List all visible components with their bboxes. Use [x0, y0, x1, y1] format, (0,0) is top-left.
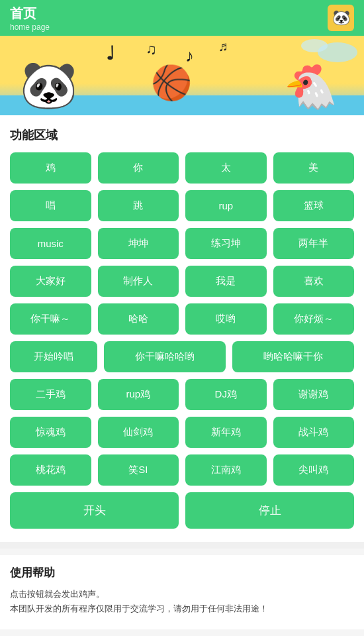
btn-dajiahao[interactable]: 大家好	[10, 266, 91, 297]
btn-xinnian[interactable]: 新年鸡	[185, 417, 267, 448]
btn-music[interactable]: music	[10, 228, 91, 259]
btn-aiyou[interactable]: 哎哟	[185, 303, 267, 335]
chicken-character: 🐔	[284, 62, 338, 112]
btn-xiejieji[interactable]: 谢谢鸡	[273, 379, 355, 410]
btn-djji[interactable]: DJ鸡	[185, 379, 267, 410]
help-title: 使用帮助	[10, 565, 354, 580]
button-row-2: 唱 跳 rup 篮球	[10, 190, 354, 221]
btn-woshi[interactable]: 我是	[185, 266, 267, 297]
cloud-2	[301, 39, 328, 52]
header-text: 首页 home page	[10, 5, 50, 32]
btn-haha[interactable]: 哈哈	[98, 303, 179, 335]
btn-jiangnan[interactable]: 江南鸡	[185, 454, 267, 486]
btn-yohaha[interactable]: 哟哈哈嘛干你	[232, 341, 354, 372]
btn-kunkun[interactable]: 坤坤	[98, 228, 179, 259]
help-section: 使用帮助 点击按钮就会发出鸡声。 本团队开发的所有程序仅限用于交流学习，请勿用于…	[0, 555, 364, 629]
btn-rupji[interactable]: rup鸡	[98, 379, 179, 410]
page-title: 首页	[10, 5, 50, 23]
main-content: 功能区域 鸡 你 太 美 唱 跳 rup 篮球 music 坤坤 练习坤 两年半…	[0, 115, 364, 542]
music-note-4: ♬	[218, 39, 228, 54]
btn-ershouji[interactable]: 二手鸡	[10, 379, 91, 410]
btn-zhizuoren[interactable]: 制作人	[98, 266, 179, 297]
banner-inner: ♩ ♫ ♪ ♬ 🐼 🏀 🐔	[0, 36, 364, 115]
header: 首页 home page 🐼	[0, 0, 364, 36]
btn-niganma[interactable]: 你干嘛～	[10, 303, 91, 335]
btn-jinghun[interactable]: 惊魂鸡	[10, 417, 91, 448]
button-row-6: 开始吟唱 你干嘛哈哈哟 哟哈哈嘛干你	[10, 341, 354, 372]
page-subtitle: home page	[10, 23, 50, 32]
btn-xianjian[interactable]: 仙剑鸡	[98, 417, 179, 448]
btn-jianjiao[interactable]: 尖叫鸡	[273, 454, 355, 486]
btn-mei[interactable]: 美	[273, 152, 355, 184]
btn-ni[interactable]: 你	[98, 152, 179, 184]
music-note-2: ♫	[146, 41, 157, 58]
button-row-3: music 坤坤 练习坤 两年半	[10, 228, 354, 259]
btn-rup[interactable]: rup	[185, 190, 267, 221]
btn-ji[interactable]: 鸡	[10, 152, 91, 184]
btn-taohua[interactable]: 桃花鸡	[10, 454, 91, 486]
help-line-1: 点击按钮就会发出鸡声。	[10, 587, 354, 602]
avatar: 🐼	[328, 5, 354, 31]
button-row-5: 你干嘛～ 哈哈 哎哟 你好烦～	[10, 303, 354, 335]
stop-button[interactable]: 停止	[185, 492, 354, 529]
action-row: 开头 停止	[10, 492, 354, 529]
btn-niganma-haha[interactable]: 你干嘛哈哈哟	[104, 341, 226, 372]
music-note-1: ♩	[106, 42, 114, 64]
btn-kaishi-yinchang[interactable]: 开始吟唱	[10, 341, 97, 372]
basketball: 🏀	[151, 64, 192, 102]
btn-lianxi[interactable]: 练习坤	[185, 228, 267, 259]
btn-xihuan[interactable]: 喜欢	[273, 266, 355, 297]
btn-xiaosi[interactable]: 笑SI	[98, 454, 179, 486]
help-line-2: 本团队开发的所有程序仅限用于交流学习，请勿用于任何非法用途！	[10, 602, 354, 616]
btn-liangnianbei[interactable]: 两年半	[273, 228, 355, 259]
btn-tai[interactable]: 太	[185, 152, 267, 184]
button-row-8: 惊魂鸡 仙剑鸡 新年鸡 战斗鸡	[10, 417, 354, 448]
start-button[interactable]: 开头	[10, 492, 179, 529]
btn-chang[interactable]: 唱	[10, 190, 91, 221]
button-row-9: 桃花鸡 笑SI 江南鸡 尖叫鸡	[10, 454, 354, 486]
btn-lanqiu[interactable]: 篮球	[273, 190, 355, 221]
section-title: 功能区域	[10, 127, 354, 143]
panda-character: 🐼	[20, 58, 77, 112]
btn-tiao[interactable]: 跳	[98, 190, 179, 221]
button-row-1: 鸡 你 太 美	[10, 152, 354, 184]
button-row-7: 二手鸡 rup鸡 DJ鸡 谢谢鸡	[10, 379, 354, 410]
button-row-4: 大家好 制作人 我是 喜欢	[10, 266, 354, 297]
btn-nihaofe[interactable]: 你好烦～	[273, 303, 355, 335]
btn-zhandou[interactable]: 战斗鸡	[273, 417, 355, 448]
divider	[0, 542, 364, 549]
banner: ♩ ♫ ♪ ♬ 🐼 🏀 🐔	[0, 36, 364, 115]
